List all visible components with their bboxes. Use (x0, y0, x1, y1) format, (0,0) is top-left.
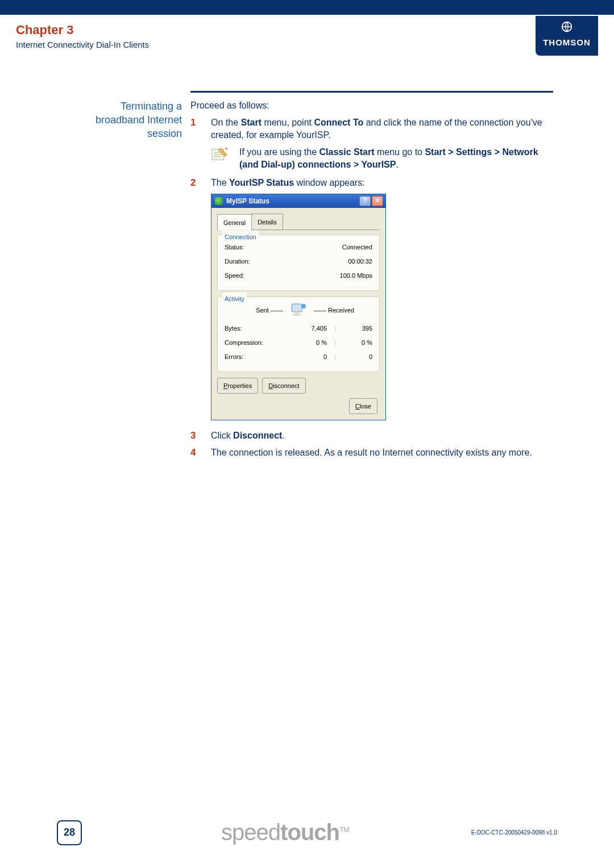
connection-group: Connection Status:Connected Duration:00:… (217, 235, 380, 291)
note: If you are using the Classic Start menu … (211, 146, 553, 171)
section-label: Terminating a broadband Internet session (74, 99, 182, 140)
step-1-text: On the Start menu, point Connect To and … (211, 116, 553, 141)
svg-rect-6 (295, 312, 298, 314)
step-2: 2 The YourISP Status window appears: (190, 177, 553, 189)
note-icon (211, 146, 228, 163)
compression-sent: 0 % (281, 336, 327, 349)
section-divider (190, 91, 553, 93)
page-footer: 28 speedtouchTM E-DOC-CTC-20050429-0098 … (57, 820, 557, 845)
connection-icon (215, 197, 223, 205)
speed-value: 100.0 Mbps (281, 269, 372, 282)
activity-group: Activity Sent —— —— Received Bytes:7,405… (217, 297, 380, 372)
step-4-text: The connection is released. As a result … (211, 446, 553, 459)
svg-rect-5 (292, 304, 302, 312)
bytes-label: Bytes: (225, 322, 281, 335)
speed-label: Speed: (225, 269, 281, 282)
page-header: Chapter 3 Internet Connectivity Dial-In … (16, 23, 598, 49)
close-x-button[interactable]: × (372, 196, 383, 206)
compression-label: Compression: (225, 336, 281, 349)
dialog-tabs: General Details (217, 214, 380, 230)
bytes-sent: 7,405 (281, 322, 327, 335)
duration-value: 00:00:32 (281, 255, 372, 268)
note-text: If you are using the Classic Start menu … (239, 146, 553, 171)
errors-received: 0 (344, 350, 372, 363)
network-monitor-icon (290, 303, 307, 318)
compression-received: 0 % (344, 336, 372, 349)
tab-general[interactable]: General (217, 214, 252, 230)
thomson-logo: THOMSON (536, 16, 598, 56)
step-3-text: Click Disconnect. (211, 429, 553, 442)
bytes-received: 395 (344, 322, 372, 335)
document-id: E-DOC-CTC-20050429-0098 v1.0 (471, 829, 557, 836)
dialog-titlebar: MyISP Status ? × (211, 194, 385, 208)
properties-button[interactable]: Properties (217, 378, 258, 394)
dialog-title: MyISP Status (226, 195, 269, 207)
errors-label: Errors: (225, 350, 281, 363)
status-dialog: MyISP Status ? × General Details Connect… (211, 194, 386, 420)
svg-rect-7 (293, 314, 301, 316)
brand-name: THOMSON (536, 37, 598, 47)
chapter-title: Chapter 3 (16, 23, 598, 37)
errors-sent: 0 (281, 350, 327, 363)
close-button[interactable]: Close (349, 398, 377, 414)
step-3: 3 Click Disconnect. (190, 429, 553, 442)
received-label: —— Received (314, 304, 359, 316)
step-1: 1 On the Start menu, point Connect To an… (190, 116, 553, 141)
page-number: 28 (57, 820, 82, 845)
duration-label: Duration: (225, 255, 281, 268)
svg-point-8 (301, 304, 306, 308)
globe-icon (536, 20, 598, 35)
body-column: Proceed as follows: 1 On the Start menu,… (190, 99, 553, 464)
intro-text: Proceed as follows: (190, 99, 553, 112)
activity-legend: Activity (222, 293, 247, 305)
sent-label: Sent —— (238, 304, 283, 316)
chapter-subtitle: Internet Connectivity Dial-In Clients (16, 40, 598, 49)
status-value: Connected (281, 241, 372, 253)
speedtouch-logo: speedtouchTM (99, 820, 471, 845)
tab-details[interactable]: Details (251, 214, 283, 229)
connection-legend: Connection (222, 231, 259, 243)
top-bar (0, 0, 614, 15)
step-2-text: The YourISP Status window appears: (211, 177, 553, 189)
disconnect-button[interactable]: Disconnect (262, 378, 305, 394)
step-4: 4 The connection is released. As a resul… (190, 446, 553, 459)
help-button[interactable]: ? (359, 196, 371, 206)
